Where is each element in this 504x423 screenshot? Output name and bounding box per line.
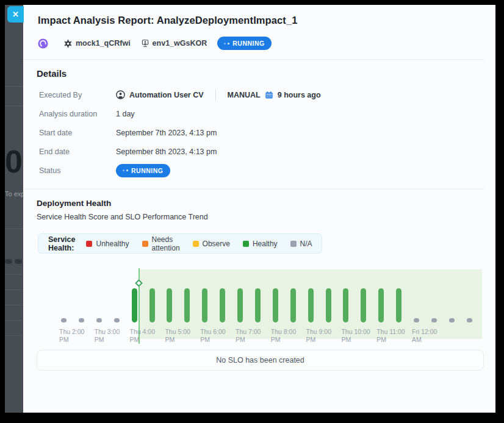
legend-swatch (290, 241, 297, 247)
x-axis-tick-label: Thu 2:00PM (59, 328, 97, 344)
legend-item: Unhealthy (86, 240, 129, 248)
detail-label: Executed By (39, 91, 116, 99)
health-bar-healthy[interactable] (149, 288, 155, 322)
health-bar-healthy[interactable] (378, 288, 384, 322)
health-bar-healthy[interactable] (167, 288, 172, 322)
status-dot (123, 169, 124, 171)
value-separator (215, 90, 216, 101)
details-heading: Details (37, 68, 67, 79)
legend-item: Observe (193, 240, 230, 248)
background-row-line (5, 335, 23, 336)
header-divider (23, 59, 484, 60)
chart-subtitle: Service Health Score and SLO Performance… (37, 213, 208, 221)
duration-value: 1 day (116, 110, 135, 118)
background-row-line (5, 290, 23, 290)
background-divider (5, 229, 23, 229)
x-axis-tick-label: Thu 10:00PM (341, 328, 379, 344)
x-axis-tick-label: Thu 9:00PM (306, 328, 344, 344)
legend-label: Unhealthy (96, 240, 129, 248)
details-rows: Executed By Automation User CV MANUAL (39, 85, 466, 180)
health-bar-healthy[interactable] (308, 288, 314, 322)
environment-name: env1_wGsKOR (153, 39, 207, 48)
calendar-icon (265, 91, 273, 99)
section-divider (23, 189, 484, 190)
detail-row-start-date: Start date September 7th 2023, 4:13 pm (39, 123, 466, 142)
x-axis-tick-label: Thu 3:00PM (95, 328, 132, 344)
report-meta-row: mock1_qCRfwi env1_wGsKOR RUNNING (38, 37, 272, 50)
legend-item: N/A (290, 240, 312, 248)
health-bar-healthy[interactable] (273, 288, 278, 322)
service-health-legend: Service Health: UnhealthyNeeds attention… (38, 233, 322, 254)
health-bar-healthy[interactable] (326, 288, 331, 322)
health-bar-na[interactable] (414, 318, 419, 322)
x-axis-tick-label: Thu 4:00PM (130, 328, 168, 344)
health-bar-na[interactable] (449, 318, 455, 322)
background-row-line (5, 274, 23, 275)
slo-empty-state: No SLO has been created (37, 350, 484, 371)
legend-swatch (243, 241, 249, 247)
modal-overlay[interactable]: 0 To exp ✕ Impact Analysis Report: Analy… (5, 5, 495, 413)
legend-item: Needs attention (142, 235, 180, 252)
health-bar-healthy[interactable] (202, 288, 207, 322)
status-badge-label: RUNNING (131, 167, 164, 174)
legend-label: Healthy (253, 240, 278, 248)
background-divider (5, 86, 23, 87)
legend-swatch (86, 241, 92, 247)
health-bar-healthy[interactable] (184, 288, 190, 322)
end-date-value: September 8th 2023, 4:13 pm (116, 148, 217, 156)
detail-row-duration: Analysis duration 1 day (39, 104, 466, 123)
health-bar-healthy[interactable] (343, 288, 348, 322)
health-bar-healthy[interactable] (237, 288, 243, 322)
x-axis-tick-label: Thu 7:00PM (236, 328, 273, 344)
close-icon: ✕ (12, 10, 19, 19)
health-bar-healthy[interactable] (220, 288, 225, 322)
legend-label: N/A (300, 240, 312, 248)
health-bar-na[interactable] (96, 318, 102, 322)
legend-item: Healthy (243, 240, 278, 248)
environment-meta: env1_wGsKOR (141, 39, 207, 48)
x-axis-tick-label: Thu 11:00PM (376, 328, 414, 344)
detail-label: Status (39, 166, 116, 175)
start-date-value: September 7th 2023, 4:13 pm (116, 129, 217, 137)
health-bar-na[interactable] (79, 318, 84, 322)
background-button-shape (15, 259, 22, 264)
person-circle-icon (116, 90, 125, 99)
health-bar-healthy[interactable] (255, 288, 261, 322)
trigger-type: MANUAL (228, 91, 261, 99)
detail-row-executed-by: Executed By Automation User CV MANUAL (39, 85, 466, 104)
health-bar-na[interactable] (431, 318, 437, 322)
executed-by-user: Automation User CV (129, 91, 204, 99)
detail-row-end-date: End date September 8th 2023, 4:13 pm (39, 142, 466, 161)
health-bar-na[interactable] (114, 318, 120, 322)
background-divider (5, 105, 23, 106)
x-axis-tick-label: Thu 5:00PM (165, 328, 203, 344)
close-button[interactable]: ✕ (7, 6, 24, 23)
environment-icon (141, 39, 149, 48)
executed-time: 9 hours ago (278, 91, 321, 99)
legend-label: Observe (203, 240, 230, 248)
legend-title: Service Health: (48, 235, 75, 252)
status-badge: RUNNING (217, 37, 272, 50)
service-logo-icon (38, 38, 48, 49)
status-dot (126, 169, 128, 171)
impact-analysis-modal: Impact Analysis Report: AnalyzeDeploymen… (23, 5, 495, 413)
health-bar-healthy[interactable] (290, 288, 296, 322)
page-title: Impact Analysis Report: AnalyzeDeploymen… (38, 15, 297, 26)
deployment-health-chart: Thu 2:00PMThu 3:00PMThu 4:00PMThu 5:00PM… (37, 263, 484, 350)
health-bar-na[interactable] (61, 318, 67, 322)
health-bar-healthy[interactable] (396, 288, 401, 322)
detail-label: Start date (39, 129, 116, 137)
legend-swatch (142, 241, 148, 247)
background-row-line (5, 305, 23, 305)
background-button-shape (5, 259, 12, 264)
x-axis-tick-label: Fri 12:00AM (412, 328, 450, 344)
detail-row-status: Status RUNNING (39, 161, 466, 180)
health-bar-healthy[interactable] (361, 288, 366, 322)
status-dot (224, 43, 226, 44)
health-bar-na[interactable] (467, 318, 472, 322)
gear-icon (63, 39, 73, 48)
status-badge-label: RUNNING (232, 40, 265, 47)
health-bar-healthy[interactable] (132, 288, 137, 322)
service-name: mock1_qCRfwi (76, 39, 131, 48)
background-row-line (5, 320, 23, 321)
